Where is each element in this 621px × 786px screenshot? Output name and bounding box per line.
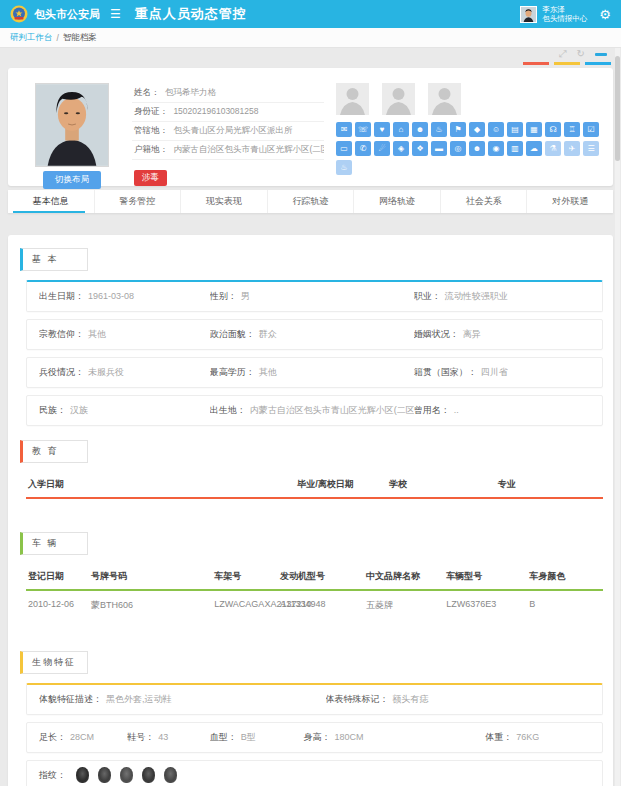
icon-grid-row-1: ✉☏♥⌂☻♨⚑◆☺▤▦☊♖☑ (336, 122, 603, 137)
user-dept: 包头情报中心 (542, 14, 587, 23)
profile-card: 切换布局 姓名： 包玛希毕力格 身份证： 150202196103081258 … (8, 68, 613, 186)
field: 足长：28CM (39, 731, 127, 744)
field-label: 身份证： (134, 106, 168, 116)
field-label: 性别： (210, 291, 237, 301)
tab-label: 警务管控 (119, 195, 155, 208)
train-icon[interactable]: ☰ (583, 141, 599, 156)
vehicle-table-header: 登记日期号牌号码车架号发动机型号中文品牌名称车辆型号车身颜色 (26, 564, 603, 591)
icon-glyph: ▤ (511, 126, 519, 134)
scrollbar-track[interactable] (615, 48, 620, 786)
scrollbar-thumb[interactable] (615, 56, 620, 161)
icon-grid-row-2: ▭✆☄◈❖▬◎☻◉▥☁⚗✈☰ (336, 141, 603, 156)
field-value: 1961-03-08 (88, 291, 134, 301)
idcard-icon[interactable]: ▥ (507, 141, 523, 156)
education-icon[interactable]: ⚑ (450, 122, 466, 137)
flask-icon[interactable]: ⚗ (545, 141, 561, 156)
record-icon[interactable]: ◎ (450, 141, 466, 156)
plane-icon[interactable]: ✈ (564, 141, 580, 156)
field-value: 四川省 (481, 367, 508, 377)
icon-glyph: ♨ (340, 164, 347, 172)
icon-glyph: ☏ (358, 126, 368, 134)
bed-icon[interactable]: ▬ (431, 141, 447, 156)
comment-icon[interactable]: ✉ (336, 122, 352, 137)
icon-glyph: ☺ (492, 126, 500, 134)
settings-gear-icon[interactable]: ⚙ (599, 7, 611, 22)
user-avatar[interactable] (520, 6, 537, 23)
tab-external-contact[interactable]: 对外联通 (526, 190, 613, 213)
fingerprint-image (142, 767, 155, 783)
field-registered-address: 户籍地： 内蒙古自治区包头市青山区光辉小区(二区)-1-86 (132, 141, 324, 160)
bankcard-icon[interactable]: ▭ (336, 141, 352, 156)
tags-icon[interactable]: ❖ (412, 141, 428, 156)
fingerprint-label: 指纹： (39, 769, 66, 782)
signal-icon[interactable]: ☄ (374, 141, 390, 156)
page-title: 重点人员动态管控 (135, 5, 247, 23)
users-icon[interactable]: ☻ (412, 122, 428, 137)
icon-glyph: ⚑ (454, 126, 461, 134)
fingerprint-image (164, 767, 177, 783)
user-icon[interactable]: ☻ (469, 141, 485, 156)
icon-glyph: ◎ (455, 145, 462, 153)
field-value: B型 (241, 732, 256, 742)
cell: 五菱牌 (366, 599, 446, 612)
icon-glyph: ◈ (398, 145, 404, 153)
home-icon[interactable]: ⌂ (393, 122, 409, 137)
tab-movement-track[interactable]: 行踪轨迹 (267, 190, 354, 213)
police-car-icon[interactable]: ◉ (488, 141, 504, 156)
check-icon[interactable]: ☑ (583, 122, 599, 137)
photo-placeholder[interactable] (382, 83, 415, 115)
document-icon[interactable]: ▤ (507, 122, 523, 137)
fingerprint-row: 指纹： (26, 760, 603, 786)
vehicle-row: 2010-12-06蒙BTH606LZWACAGAXA2137210A11334… (26, 591, 603, 620)
cloud-icon[interactable]: ☁ (526, 141, 542, 156)
phone-icon[interactable]: ☏ (355, 122, 371, 137)
call-icon[interactable]: ✆ (355, 141, 371, 156)
cell: LZWACAGAXA2137210 (214, 599, 280, 612)
tab-network-track[interactable]: 网络轨迹 (353, 190, 440, 213)
person-icon[interactable]: ☺ (488, 122, 504, 137)
tab-social-relations[interactable]: 社会关系 (440, 190, 527, 213)
fullscreen-icon[interactable]: ⤢ (559, 49, 567, 59)
field-label: 体表特殊标记： (326, 694, 389, 704)
icon-glyph: ☻ (416, 126, 424, 134)
image-icon[interactable]: ▦ (526, 122, 542, 137)
car-icon[interactable]: ◆ (469, 122, 485, 137)
field-label: 出生地： (210, 405, 246, 415)
taxi-icon[interactable]: ◈ (393, 141, 409, 156)
field-label: 曾用名： (414, 405, 450, 415)
tab-basic-info[interactable]: 基本信息 (8, 190, 94, 213)
color-bars (523, 62, 611, 65)
tab-reality-performance[interactable]: 现实表现 (180, 190, 267, 213)
photo-placeholder[interactable] (428, 83, 461, 115)
fingerprint-image (98, 767, 111, 783)
minimize-icon[interactable] (595, 53, 607, 56)
basic-row-3: 兵役情况：未服兵役最高学历：其他籍贯（国家）：四川省 (26, 357, 603, 388)
bank-icon[interactable]: ♖ (564, 122, 580, 137)
tab-label: 基本信息 (33, 195, 69, 208)
field-label: 宗教信仰： (39, 329, 84, 339)
drug-related-badge: 涉毒 (134, 170, 167, 186)
cup-icon[interactable]: ♨ (336, 160, 352, 175)
field-value: 黑色外套,运动鞋 (106, 694, 172, 704)
field: 出生地：内蒙古自治区包头市青山区光辉小区(二区)-1-86 (210, 404, 414, 417)
hotel-icon[interactable]: ♨ (431, 122, 447, 137)
photo-placeholders (336, 83, 603, 115)
tab-police-control[interactable]: 警务管控 (94, 190, 181, 213)
heart-icon[interactable]: ♥ (374, 122, 390, 137)
menu-toggle-icon[interactable]: ☰ (110, 7, 121, 21)
column-header: 号牌号码 (91, 570, 214, 583)
column-header: 车架号 (214, 570, 280, 583)
tab-label: 行踪轨迹 (293, 195, 329, 208)
photo-placeholder[interactable] (336, 83, 369, 115)
switch-layout-button[interactable]: 切换布局 (43, 171, 101, 189)
refresh-icon[interactable]: ↻ (577, 49, 585, 59)
wifi-icon[interactable]: ☊ (545, 122, 561, 137)
cell: B (529, 599, 535, 612)
field: 鞋号：43 (127, 731, 210, 744)
field-value: 其他 (88, 329, 106, 339)
user-info[interactable]: 李东泽 包头情报中心 (542, 5, 587, 24)
fingerprint-image (76, 767, 89, 783)
detail-card: 基 本 出生日期：1961-03-08性别：男职业：流动性较强职业 宗教信仰：其… (8, 235, 613, 786)
icon-glyph: ⚗ (549, 145, 556, 153)
breadcrumb-parent-link[interactable]: 研判工作台 (10, 32, 53, 44)
